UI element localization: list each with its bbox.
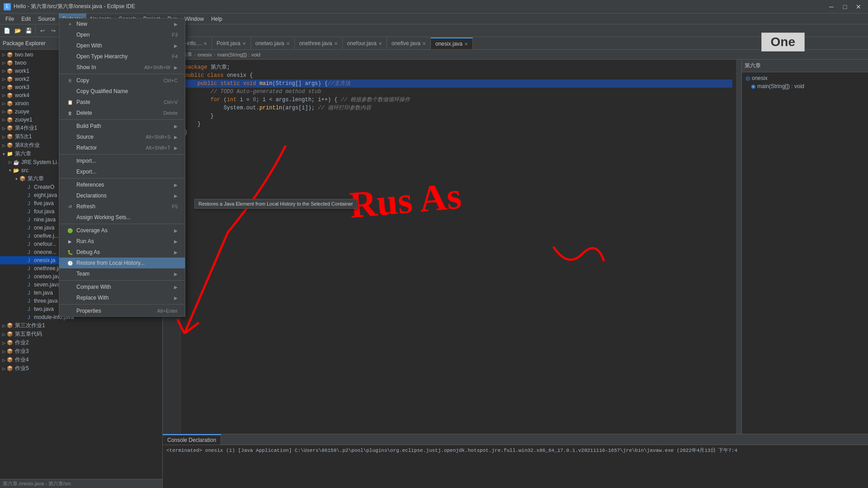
ctx-export[interactable]: Export... bbox=[59, 166, 185, 177]
ctx-references-arrow: ▶ bbox=[174, 183, 178, 188]
ctx-debugas-arrow: ▶ bbox=[174, 250, 178, 255]
ctx-properties-shortcut: Alt+Enter bbox=[157, 308, 178, 314]
ctx-showin-icon bbox=[66, 64, 74, 71]
ctx-openwith[interactable]: Open With▶ bbox=[59, 40, 185, 51]
ctx-copyqualified-label: Copy Qualified Name bbox=[76, 88, 128, 94]
ctx-new-label: New bbox=[76, 21, 87, 27]
ctx-debugas-label: Debug As bbox=[76, 249, 100, 255]
ctx-export-icon bbox=[66, 168, 74, 175]
ctx-sep1 bbox=[59, 74, 185, 74]
ctx-new[interactable]: +New▶ bbox=[59, 19, 185, 29]
ctx-refresh-shortcut: F5 bbox=[172, 204, 178, 209]
ctx-buildpath-arrow: ▶ bbox=[174, 124, 178, 129]
ctx-properties[interactable]: PropertiesAlt+Enter bbox=[59, 305, 185, 316]
ctx-workingsets-icon bbox=[66, 214, 74, 221]
ctx-opentypehier-icon bbox=[66, 53, 74, 60]
ctx-delete-icon: 🗑 bbox=[66, 109, 74, 117]
ctx-refresh[interactable]: ↺RefreshF5 bbox=[59, 201, 185, 212]
submenu-tooltip: Restores a Java Element from Local Histo… bbox=[194, 199, 357, 209]
ctx-declarations-arrow: ▶ bbox=[174, 193, 178, 198]
ctx-team-icon bbox=[66, 270, 74, 277]
ctx-openwith-arrow: ▶ bbox=[174, 43, 178, 48]
ctx-coverageas-icon: 🟢 bbox=[66, 227, 74, 234]
ctx-workingsets-label: Assign Working Sets... bbox=[76, 214, 131, 221]
ctx-coverageas[interactable]: 🟢Coverage As▶ bbox=[59, 225, 185, 236]
ctx-opentypehier[interactable]: Open Type HierarchyF4 bbox=[59, 51, 185, 62]
ctx-copy[interactable]: ⎘CopyCtrl+C bbox=[59, 75, 185, 86]
ctx-debugas[interactable]: 🐛Debug As▶ bbox=[59, 247, 185, 258]
ctx-declarations-label: Declarations bbox=[76, 192, 107, 199]
context-menu: +New▶ OpenF3 Open With▶ Open Type Hierar… bbox=[59, 18, 185, 317]
ctx-sep6 bbox=[59, 280, 185, 281]
ctx-runas[interactable]: ▶Run As▶ bbox=[59, 236, 185, 247]
ctx-workingsets[interactable]: Assign Working Sets... bbox=[59, 212, 185, 223]
ctx-comparewith-icon bbox=[66, 283, 74, 291]
ctx-paste-shortcut: Ctrl+V bbox=[164, 99, 178, 105]
ctx-showin-label: Show In bbox=[76, 64, 96, 70]
ctx-coverageas-label: Coverage As bbox=[76, 227, 108, 234]
ctx-replacewith-label: Replace With bbox=[76, 295, 108, 301]
ctx-properties-icon bbox=[66, 307, 74, 314]
ctx-copy-label: Copy bbox=[76, 77, 89, 84]
ctx-runas-icon: ▶ bbox=[66, 238, 74, 245]
ctx-sep4 bbox=[59, 178, 185, 178]
ctx-properties-label: Properties bbox=[76, 308, 101, 314]
ctx-new-icon: + bbox=[66, 20, 74, 28]
ctx-refresh-label: Refresh bbox=[76, 203, 95, 210]
ctx-opentypehier-shortcut: F4 bbox=[172, 54, 178, 59]
ctx-sep5 bbox=[59, 224, 185, 224]
ctx-restorefromlocal[interactable]: 🕐Restore from Local History... bbox=[59, 258, 185, 268]
ctx-paste[interactable]: 📋PasteCtrl+V bbox=[59, 97, 185, 108]
ctx-source[interactable]: SourceAlt+Shift+S▶ bbox=[59, 131, 185, 142]
ctx-sep2 bbox=[59, 119, 185, 120]
ctx-sep7 bbox=[59, 304, 185, 305]
ctx-team[interactable]: Team▶ bbox=[59, 268, 185, 279]
ctx-replacewith[interactable]: Replace With▶ bbox=[59, 292, 185, 303]
ctx-sep3 bbox=[59, 154, 185, 155]
ctx-comparewith-label: Compare With bbox=[76, 284, 111, 290]
ctx-refactor-shortcut: Alt+Shift+T bbox=[146, 145, 170, 150]
ctx-buildpath[interactable]: Build Path▶ bbox=[59, 121, 185, 131]
ctx-comparewith[interactable]: Compare With▶ bbox=[59, 282, 185, 292]
ctx-refresh-icon: ↺ bbox=[66, 203, 74, 210]
ctx-paste-label: Paste bbox=[76, 99, 90, 105]
ctx-showin-arrow: ▶ bbox=[174, 65, 178, 70]
ctx-refactor[interactable]: RefactorAlt+Shift+T▶ bbox=[59, 142, 185, 153]
ctx-team-label: Team bbox=[76, 271, 90, 277]
ctx-restorefromlocal-label: Restore from Local History... bbox=[76, 260, 145, 266]
ctx-buildpath-label: Build Path bbox=[76, 123, 101, 129]
ctx-open-shortcut: F3 bbox=[172, 32, 178, 38]
ctx-refactor-arrow: ▶ bbox=[174, 145, 178, 150]
ctx-references-icon bbox=[66, 181, 74, 188]
ctx-opentypehier-label: Open Type Hierarchy bbox=[76, 53, 127, 60]
ctx-copyqualified[interactable]: Copy Qualified Name bbox=[59, 86, 185, 97]
ctx-showin[interactable]: Show InAlt+Shift+W▶ bbox=[59, 62, 185, 73]
ctx-references-label: References bbox=[76, 182, 104, 188]
ctx-import[interactable]: Import... bbox=[59, 155, 185, 166]
ctx-declarations[interactable]: Declarations▶ bbox=[59, 190, 185, 201]
ctx-declarations-icon bbox=[66, 192, 74, 199]
ctx-comparewith-arrow: ▶ bbox=[174, 285, 178, 290]
ctx-open-label: Open bbox=[76, 32, 90, 38]
ctx-debugas-icon: 🐛 bbox=[66, 249, 74, 256]
ctx-replacewith-icon bbox=[66, 294, 74, 301]
ctx-delete[interactable]: 🗑DeleteDelete bbox=[59, 108, 185, 118]
ctx-refactor-icon bbox=[66, 144, 74, 151]
ctx-open[interactable]: OpenF3 bbox=[59, 29, 185, 40]
ctx-replacewith-arrow: ▶ bbox=[174, 296, 178, 300]
ctx-showin-shortcut: Alt+Shift+W bbox=[144, 65, 170, 70]
ctx-openwith-label: Open With bbox=[76, 42, 102, 49]
ctx-delete-label: Delete bbox=[76, 110, 92, 116]
ctx-buildpath-icon bbox=[66, 122, 74, 130]
context-menu-overlay[interactable]: +New▶ OpenF3 Open With▶ Open Type Hierar… bbox=[0, 0, 868, 488]
ctx-export-label: Export... bbox=[76, 169, 97, 175]
submenu-tooltip-text: Restores a Java Element from Local Histo… bbox=[198, 201, 353, 206]
ctx-source-label: Source bbox=[76, 134, 94, 140]
ctx-open-icon bbox=[66, 31, 74, 38]
ctx-source-icon bbox=[66, 133, 74, 141]
ctx-paste-icon: 📋 bbox=[66, 99, 74, 106]
ctx-references[interactable]: References▶ bbox=[59, 179, 185, 190]
ctx-restorefromlocal-icon: 🕐 bbox=[66, 259, 74, 267]
ctx-source-shortcut: Alt+Shift+S bbox=[146, 134, 170, 140]
ctx-team-arrow: ▶ bbox=[174, 272, 178, 277]
